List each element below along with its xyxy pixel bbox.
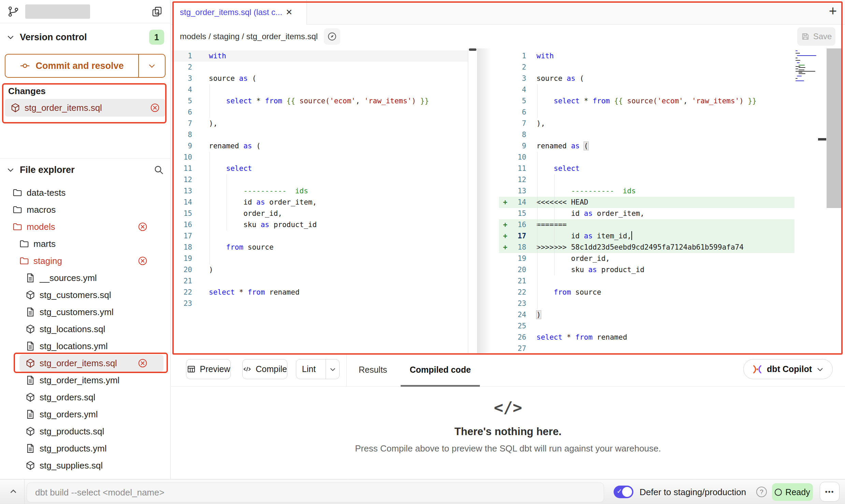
- code-line[interactable]: 11 select: [499, 163, 794, 174]
- save-button[interactable]: Save: [797, 27, 835, 46]
- code-line[interactable]: 3source as (: [499, 73, 794, 84]
- tree-item-stg-order-items-yml[interactable]: stg_order_items.yml: [0, 372, 170, 389]
- code-line[interactable]: 23: [499, 298, 794, 309]
- code-line[interactable]: 4: [171, 84, 468, 95]
- compile-button[interactable]: Compile: [242, 359, 287, 379]
- preview-button[interactable]: Preview: [186, 359, 231, 379]
- file-explorer-header[interactable]: File explorer: [0, 161, 170, 179]
- command-input[interactable]: dbt build --select <model_name>: [27, 483, 604, 502]
- tab-results[interactable]: Results: [350, 355, 396, 387]
- tree-item-staging[interactable]: staging: [0, 252, 170, 269]
- code-line[interactable]: 3source as (: [171, 73, 468, 84]
- collapse-chevron-icon[interactable]: [8, 486, 18, 496]
- search-icon[interactable]: [153, 164, 164, 175]
- code-line[interactable]: 1with: [171, 50, 468, 62]
- code-line[interactable]: +18>>>>>>> 58c1dd23d5eebd9cd2495fa7124ab…: [499, 242, 794, 253]
- left-pane-scrollbar[interactable]: [468, 48, 477, 355]
- code-line[interactable]: 8: [499, 129, 794, 140]
- status-badge[interactable]: Ready: [772, 483, 813, 501]
- code-line[interactable]: 2: [499, 62, 794, 73]
- code-line[interactable]: 6: [499, 107, 794, 118]
- editor-pane-left[interactable]: 1with23source as (45 select * from {{ so…: [171, 48, 468, 355]
- tree-item-stg-customers-yml[interactable]: stg_customers.yml: [0, 303, 170, 321]
- code-line[interactable]: 22 from source: [499, 287, 794, 298]
- discard-change-icon[interactable]: [138, 358, 148, 368]
- code-line[interactable]: 20): [171, 264, 468, 276]
- code-line[interactable]: 8: [171, 129, 468, 140]
- tree-item-stg-locations-sql[interactable]: stg_locations.sql: [0, 321, 170, 338]
- help-icon[interactable]: ?: [756, 487, 767, 497]
- code-line[interactable]: +14<<<<<<< HEAD: [499, 197, 794, 208]
- git-branch-icon[interactable]: [8, 6, 19, 17]
- code-line[interactable]: 23: [171, 298, 468, 309]
- code-line[interactable]: 9renamed as (: [499, 140, 794, 152]
- discard-change-icon[interactable]: [150, 103, 160, 113]
- code-line[interactable]: 19: [171, 253, 468, 264]
- code-line[interactable]: 13 ---------- ids: [499, 186, 794, 197]
- close-icon[interactable]: ✕: [286, 8, 292, 17]
- tree-item-stg-products-yml[interactable]: stg_products.yml: [0, 440, 170, 457]
- tree-item-models[interactable]: models: [0, 218, 170, 235]
- tree-item-stg-locations-yml[interactable]: stg_locations.yml: [0, 338, 170, 355]
- code-line[interactable]: 22select * from renamed: [171, 287, 468, 298]
- tab-compiled-code[interactable]: Compiled code: [401, 355, 479, 387]
- code-line[interactable]: 11 select: [171, 163, 468, 174]
- code-line[interactable]: 27: [499, 343, 794, 354]
- code-line[interactable]: 12: [171, 174, 468, 186]
- code-line[interactable]: 18 from source: [171, 242, 468, 253]
- discard-change-icon[interactable]: [138, 222, 148, 232]
- code-line[interactable]: 10: [499, 152, 794, 163]
- tree-item-stg-orders-yml[interactable]: stg_orders.yml: [0, 406, 170, 423]
- code-line[interactable]: 17: [171, 231, 468, 242]
- code-line[interactable]: 25: [499, 321, 794, 332]
- code-line[interactable]: 7),: [499, 118, 794, 129]
- more-options-button[interactable]: •••: [820, 482, 840, 502]
- code-line[interactable]: 21: [171, 276, 468, 287]
- code-line[interactable]: 16 sku as product_id: [171, 219, 468, 231]
- code-line[interactable]: 19 order_id,: [499, 253, 794, 264]
- code-line[interactable]: +16=======: [499, 219, 794, 231]
- code-line[interactable]: 14 id as order_item,: [171, 197, 468, 208]
- code-line[interactable]: 5 select * from {{ source('ecom', 'raw_i…: [171, 95, 468, 107]
- lint-options-caret[interactable]: [326, 359, 339, 379]
- code-line[interactable]: 1with: [499, 50, 794, 62]
- right-pane-scrollbar[interactable]: [827, 48, 841, 208]
- tree-item-stg-customers-sql[interactable]: stg_customers.sql: [0, 286, 170, 303]
- code-line[interactable]: 24): [499, 309, 794, 321]
- dbt-copilot-button[interactable]: dbt Copilot: [743, 359, 833, 379]
- new-tab-button[interactable]: +: [829, 4, 837, 18]
- tab-stg-order-items[interactable]: stg_order_items.sql (last c... ✕: [173, 0, 307, 25]
- code-line[interactable]: 15 id as order_item,: [499, 208, 794, 219]
- code-line[interactable]: 6: [171, 107, 468, 118]
- defer-toggle[interactable]: ✓: [614, 486, 633, 498]
- changed-file-row[interactable]: stg_order_items.sql: [5, 99, 166, 117]
- commit-options-caret[interactable]: [138, 55, 165, 77]
- editor-pane-right[interactable]: 1with23source as (45 select * from {{ so…: [499, 48, 845, 355]
- tree-item-data-tests[interactable]: data-tests: [0, 184, 170, 201]
- code-line[interactable]: +17 id as item_id,: [499, 231, 794, 242]
- code-line[interactable]: 21: [499, 276, 794, 287]
- minimap[interactable]: [796, 50, 817, 83]
- tree-item-stg-products-sql[interactable]: stg_products.sql: [0, 423, 170, 440]
- code-line[interactable]: 4: [499, 84, 794, 95]
- version-control-header[interactable]: Version control 1: [0, 29, 170, 45]
- tree-item--sources-yml[interactable]: __sources.yml: [0, 269, 170, 286]
- code-line[interactable]: 9renamed as (: [171, 140, 468, 152]
- divider-handle[interactable]: [818, 138, 826, 140]
- discard-change-icon[interactable]: [138, 256, 148, 266]
- tree-item-stg-supplies-sql[interactable]: stg_supplies.sql: [0, 457, 170, 474]
- code-line[interactable]: 10: [171, 152, 468, 163]
- copy-files-icon[interactable]: [151, 6, 163, 17]
- branch-name-redacted[interactable]: [25, 4, 90, 19]
- tree-item-marts[interactable]: marts: [0, 235, 170, 252]
- lineage-compass-button[interactable]: [324, 28, 340, 45]
- tree-item-stg-orders-sql[interactable]: stg_orders.sql: [0, 389, 170, 406]
- lint-button[interactable]: Lint: [296, 359, 340, 379]
- code-line[interactable]: 20 sku as product_id: [499, 264, 794, 276]
- code-line[interactable]: 12: [499, 174, 794, 186]
- code-line[interactable]: 15 order_id,: [171, 208, 468, 219]
- code-line[interactable]: 13 ---------- ids: [171, 186, 468, 197]
- tree-item-stg-order-items-sql[interactable]: stg_order_items.sql: [19, 355, 163, 372]
- code-line[interactable]: 26select * from renamed: [499, 332, 794, 343]
- code-line[interactable]: 7),: [171, 118, 468, 129]
